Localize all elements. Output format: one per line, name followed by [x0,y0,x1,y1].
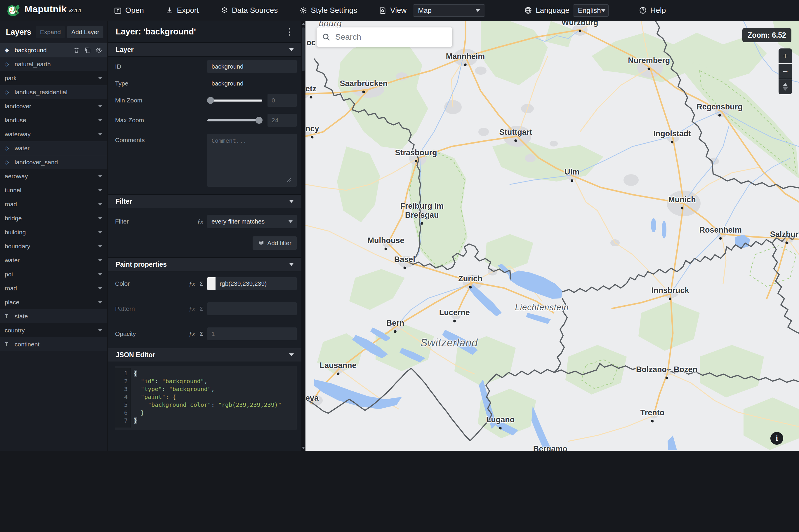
opacity-input[interactable] [207,327,297,340]
sidebar-layer-boundary[interactable]: boundary [0,239,107,253]
map-label: Nuremberg [628,56,670,65]
sidebar-layer-bridge[interactable]: bridge [0,211,107,225]
sidebar-layer-water[interactable]: ◇water [0,141,107,155]
map-label: Lausanne [320,361,357,370]
color-swatch[interactable] [207,277,216,290]
view-mode-select[interactable]: Map [413,4,485,17]
min-zoom-input[interactable] [267,94,297,107]
sidebar-layer-state[interactable]: Tstate [0,309,107,323]
field-type: Type background [108,76,301,91]
field-comments: Comments [108,130,301,190]
sidebar-layer-continent[interactable]: Tcontinent [0,337,107,352]
map-label: Salzburg [770,230,799,239]
sigma-icon[interactable]: Σ [200,330,203,337]
add-filter-button[interactable]: Add filter [253,236,297,250]
sidebar-layer-tunnel[interactable]: tunnel [0,183,107,197]
layer-label: poi [5,271,98,278]
layer-diamond-icon: ◆ [5,47,15,53]
language-select[interactable]: English [573,4,609,17]
zoom-out-button[interactable]: − [779,64,792,79]
filter-combiner-select[interactable]: every filter matches [207,215,297,228]
chevron-down-icon [98,245,102,247]
layers-title: Layers [6,28,36,37]
map-label: Saarbrücken [340,79,388,89]
map-label: Ingolstadt [653,130,691,139]
bottom-filler [0,451,799,532]
sidebar-layer-road[interactable]: road [0,281,107,295]
duplicate-icon[interactable] [84,47,91,54]
download-icon [166,6,173,14]
id-input[interactable] [207,60,297,73]
sidebar-layer-background[interactable]: ◆background [0,43,107,57]
sidebar-layer-place[interactable]: place [0,295,107,309]
layer-diamond-icon: ◇ [5,145,15,151]
sidebar-layer-park[interactable]: park [0,71,107,85]
chevron-down-icon [98,119,102,121]
section-paint[interactable]: Paint properties [108,258,301,271]
layer-text-icon: T [5,341,15,347]
sidebar-layer-landuse[interactable]: landuse [0,113,107,127]
editor-scrollbar[interactable] [301,21,305,451]
map-label: Innsbruck [651,286,689,295]
chevron-down-icon [289,354,294,356]
resize-handle[interactable] [287,178,291,182]
max-zoom-slider[interactable] [207,114,262,127]
style-settings-button[interactable]: Style Settings [299,6,357,15]
add-layer-button[interactable]: Add Layer [67,26,104,38]
help-button[interactable]: Help [639,6,666,15]
sigma-icon[interactable]: Σ [200,280,203,287]
scroll-down-icon[interactable] [302,447,305,449]
json-editor[interactable]: 1234567 { "id": "background", "type": "b… [115,366,297,430]
function-icon[interactable]: ƒx [189,330,195,338]
map-search-box[interactable]: Search [317,27,452,47]
attribution-info-button[interactable]: i [770,432,783,445]
map-label: Bolzano - Bozen [636,365,698,374]
layer-editor-title: Layer: 'background' [116,27,285,37]
sidebar-layer-landcover_sand[interactable]: ◇landcover_sand [0,155,107,169]
eye-icon[interactable] [95,47,102,54]
map-label: ncy [305,124,319,133]
compass-button[interactable] [779,79,792,94]
sidebar-layer-natural_earth[interactable]: ◇natural_earth [0,57,107,71]
comments-textarea[interactable] [207,134,297,187]
city-dot [453,320,456,322]
sidebar-layer-water[interactable]: water [0,253,107,267]
sidebar-layer-country[interactable]: country [0,323,107,337]
field-opacity: Opacity ƒxΣ [108,324,301,344]
expand-button[interactable]: Expand [36,26,65,38]
map-canvas[interactable]: bourgocWürzburgMannheimNurembergSaarbrüc… [305,21,799,451]
kebab-menu-icon[interactable]: ⋮ [285,27,294,36]
map-label: Ulm [564,168,579,177]
sidebar-layer-landcover[interactable]: landcover [0,99,107,113]
function-icon[interactable]: ƒx [189,280,195,287]
sidebar-layer-waterway[interactable]: waterway [0,127,107,141]
color-input[interactable] [216,277,297,290]
min-zoom-slider[interactable] [207,94,262,107]
pattern-input[interactable] [207,302,297,315]
section-filter[interactable]: Filter [108,194,301,208]
data-sources-button[interactable]: Data Sources [221,6,278,15]
scroll-up-icon[interactable] [302,23,305,25]
city-dot [394,330,396,333]
zoom-in-button[interactable]: + [779,49,792,63]
section-json-editor[interactable]: JSON Editor [108,348,301,362]
sidebar-layer-poi[interactable]: poi [0,267,107,281]
sidebar-layer-building[interactable]: building [0,225,107,239]
map-label: Freiburg im Breisgau [401,202,444,220]
max-zoom-input[interactable] [267,114,297,127]
view-button[interactable]: View [379,6,407,15]
chevron-down-icon [98,133,102,135]
scrollbar-thumb[interactable] [302,27,304,71]
trash-icon[interactable] [73,47,80,54]
sidebar-layer-aeroway[interactable]: aeroway [0,169,107,183]
city-dot [578,30,581,32]
function-icon[interactable]: ƒx [197,218,203,225]
open-button[interactable]: Open [114,6,144,15]
sidebar-layer-road[interactable]: road [0,197,107,211]
section-layer[interactable]: Layer [108,43,301,57]
type-value: background [207,80,244,87]
map-label: Switzerland [420,337,478,349]
export-button[interactable]: Export [166,6,199,15]
field-max-zoom: Max Zoom [108,110,301,130]
sidebar-layer-landuse_residential[interactable]: ◇landuse_residential [0,85,107,99]
